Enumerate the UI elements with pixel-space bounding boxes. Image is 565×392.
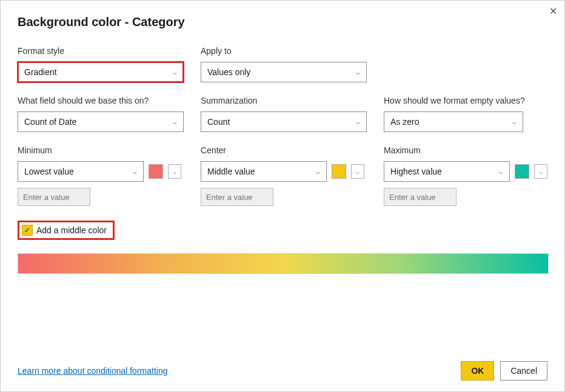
chevron-down-icon: ⌵ [173, 68, 177, 76]
dialog-title: Background color - Category [18, 15, 547, 29]
maximum-color-swatch[interactable] [515, 164, 529, 179]
cancel-button[interactable]: Cancel [500, 361, 547, 380]
summarization-label: Summarization [201, 96, 367, 105]
learn-more-link[interactable]: Learn more about conditional formatting [18, 366, 167, 376]
minimum-color-swatch[interactable] [149, 164, 163, 179]
empty-values-label: How should we format empty values? [384, 96, 550, 105]
center-dropdown[interactable]: Middle value ⌵ [201, 161, 327, 182]
format-style-dropdown[interactable]: Gradient ⌵ [18, 62, 184, 82]
maximum-input[interactable] [384, 188, 456, 206]
chevron-down-icon: ⌵ [173, 118, 177, 126]
add-middle-color-checkbox[interactable]: ✓ [22, 225, 33, 236]
empty-values-dropdown[interactable]: As zero ⌵ [384, 111, 523, 132]
minimum-dropdown[interactable]: Lowest value ⌵ [18, 161, 144, 182]
chevron-down-icon: ⌵ [512, 118, 517, 126]
ok-button[interactable]: OK [461, 361, 494, 380]
minimum-color-chevron[interactable]: ⌵ [168, 164, 181, 179]
chevron-down-icon: ⌵ [356, 118, 360, 126]
basis-field-value: Count of Date [24, 117, 76, 127]
center-color-chevron[interactable]: ⌵ [351, 164, 364, 179]
chevron-down-icon: ⌵ [499, 168, 503, 176]
summarization-dropdown[interactable]: Count ⌵ [201, 111, 367, 132]
apply-to-label: Apply to [201, 46, 367, 56]
chevron-down-icon: ⌵ [356, 68, 360, 76]
center-color-swatch[interactable] [332, 164, 346, 179]
add-middle-color-wrap: ✓ Add a middle color [18, 221, 115, 240]
add-middle-color-label: Add a middle color [36, 225, 107, 235]
center-label: Center [201, 145, 367, 155]
basis-field-label: What field should we base this on? [18, 96, 184, 105]
center-value: Middle value [207, 167, 255, 176]
minimum-value: Lowest value [24, 167, 74, 176]
maximum-dropdown[interactable]: Highest value ⌵ [384, 161, 510, 182]
apply-to-value: Values only [207, 67, 250, 77]
format-style-label: Format style [18, 46, 184, 56]
chevron-down-icon: ⌵ [316, 168, 320, 176]
center-input[interactable] [201, 188, 273, 206]
minimum-label: Minimum [18, 145, 184, 155]
maximum-label: Maximum [384, 145, 550, 155]
maximum-color-chevron[interactable]: ⌵ [534, 164, 547, 179]
format-style-value: Gradient [24, 67, 57, 77]
maximum-value: Highest value [390, 167, 442, 176]
close-icon[interactable]: ✕ [549, 5, 557, 17]
empty-values-value: As zero [390, 117, 419, 127]
minimum-input[interactable] [18, 188, 90, 206]
basis-field-dropdown[interactable]: Count of Date ⌵ [18, 111, 184, 132]
gradient-preview [18, 253, 549, 274]
summarization-value: Count [207, 117, 230, 127]
apply-to-dropdown[interactable]: Values only ⌵ [201, 62, 367, 82]
chevron-down-icon: ⌵ [133, 168, 137, 176]
